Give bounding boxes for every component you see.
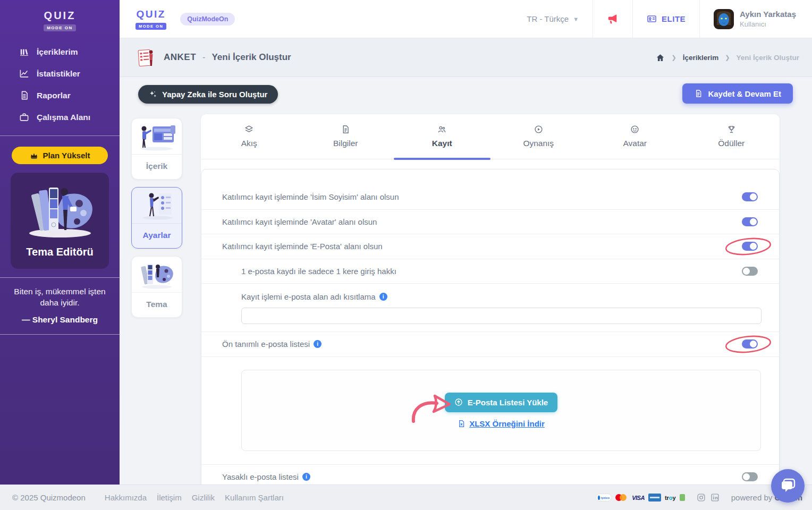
section-tab-content[interactable]: İçerik xyxy=(131,118,182,180)
theme-illustration xyxy=(132,257,182,293)
user-name: Aykın Yarkataş xyxy=(740,10,796,19)
setting-row-single-entry: 1 e-posta kaydı ile sadece 1 kere giriş … xyxy=(201,259,779,284)
tab-registration[interactable]: Kayıt xyxy=(394,114,490,159)
chat-widget-button[interactable] xyxy=(771,469,805,503)
section-tab-label: Ayarlar xyxy=(132,224,182,248)
sidebar-item-reports[interactable]: Raporlar xyxy=(0,84,120,106)
theme-editor-label: Tema Editörü xyxy=(16,246,104,258)
user-menu[interactable]: Aykın Yarkataş Kullanıcı xyxy=(699,0,812,38)
setting-row-predefined-list: Ön tanımlı e-posta listesi i xyxy=(201,332,779,357)
xlsx-file-icon xyxy=(458,420,466,428)
email-list-upload-box: E-Posta Listesi Yükle XLSX Örneğini İndi… xyxy=(241,370,761,451)
section-tab-settings[interactable]: Ayarlar xyxy=(131,187,182,249)
quote-box: Biten iş, mükemmel işten daha iyidir. — … xyxy=(0,277,120,335)
sidebar-logo[interactable]: QUIZ MODE ON xyxy=(0,0,120,31)
setting-label: Ön tanımlı e-posta listesi xyxy=(222,339,310,348)
sidebar-item-contents[interactable]: İçeriklerim xyxy=(0,41,120,63)
domain-restriction-input[interactable] xyxy=(241,308,762,324)
section-tab-theme[interactable]: Tema xyxy=(131,256,182,318)
chevron-right-icon: ❯ xyxy=(725,54,730,61)
email-list-upload-section: E-Posta Listesi Yükle XLSX Örneğini İndi… xyxy=(201,357,779,465)
play-circle-icon xyxy=(534,125,543,134)
breadcrumb-contents-link[interactable]: İçeriklerim xyxy=(683,54,719,62)
save-continue-button[interactable]: Kaydet & Devam Et xyxy=(682,83,793,104)
plan-badge[interactable]: ELITE xyxy=(632,0,699,38)
tab-label: Oynanış xyxy=(523,139,554,148)
setting-row-domain-restriction: Kayıt işlemi e-posta alan adı kısıtlama … xyxy=(201,284,779,332)
editor-section-tabs: İçerik Ayarlar Tema xyxy=(131,118,182,325)
sidebar-item-statistics[interactable]: İstatistikler xyxy=(0,63,120,84)
section-tab-label: Tema xyxy=(132,293,182,317)
header-logo[interactable]: QUIZ MODE ON xyxy=(136,8,166,30)
announcements-button[interactable] xyxy=(593,0,632,38)
user-role: Kullanıcı xyxy=(740,20,766,28)
download-xlsx-sample-label: XLSX Örneğini İndir xyxy=(469,419,545,428)
home-icon[interactable] xyxy=(656,53,665,62)
footer-links: Hakkımızda İletişim Gizlilik Kullanım Şa… xyxy=(105,493,284,502)
email-toggle[interactable] xyxy=(742,242,758,251)
megaphone-icon xyxy=(607,13,619,25)
plan-badge-label: ELITE xyxy=(662,14,686,23)
footer-link-about[interactable]: Hakkımızda xyxy=(105,493,147,502)
single-entry-toggle[interactable] xyxy=(742,267,758,276)
save-document-icon xyxy=(694,89,703,98)
linkedin-icon[interactable] xyxy=(710,493,720,502)
trophy-icon xyxy=(727,125,736,134)
iyzico-icon: iyzico xyxy=(596,494,612,502)
sidebar-item-label: İçeriklerim xyxy=(37,47,78,57)
library-icon xyxy=(19,47,29,57)
settings-illustration xyxy=(132,188,182,224)
banned-list-toggle[interactable] xyxy=(742,472,758,481)
settings-tabs: Akış Bilgiler Kayıt Oynanış Avatar Ödüll… xyxy=(201,114,780,159)
chat-bubble-icon xyxy=(779,477,797,495)
workspace-badge[interactable]: QuizModeOn xyxy=(180,13,235,26)
download-xlsx-sample-link[interactable]: XLSX Örneğini İndir xyxy=(458,419,545,428)
stats-icon xyxy=(19,69,29,79)
tab-gameplay[interactable]: Oynanış xyxy=(490,114,587,159)
info-icon[interactable]: i xyxy=(302,473,310,481)
setting-label: Katılımcı kayıt işleminde 'Avatar' alanı… xyxy=(222,217,377,226)
upload-email-list-label: E-Posta Listesi Yükle xyxy=(468,398,548,407)
sidebar-item-label: Çalışma Alanı xyxy=(37,113,90,122)
upload-email-list-button[interactable]: E-Posta Listesi Yükle xyxy=(445,393,557,412)
setting-row-email: Katılımcı kayıt işleminde 'E-Posta' alan… xyxy=(201,234,779,259)
fullname-toggle[interactable] xyxy=(742,192,758,201)
theme-editor-card[interactable]: Tema Editörü xyxy=(11,173,109,269)
save-continue-label: Kaydet & Devam Et xyxy=(708,89,781,98)
page-title: Yeni İçerik Oluştur xyxy=(212,52,291,63)
troy-icon: troy xyxy=(665,495,676,501)
breadcrumb: ❯ İçeriklerim ❯ Yeni İçerik Oluştur xyxy=(656,53,799,62)
info-icon[interactable]: i xyxy=(314,340,322,348)
upgrade-plan-button[interactable]: Plan Yükselt xyxy=(12,147,108,164)
sidebar: QUIZ MODE ON İçeriklerim İstatistikler R… xyxy=(0,0,120,484)
mastercard-icon xyxy=(615,494,628,502)
upgrade-plan-label: Plan Yükselt xyxy=(43,151,90,160)
setting-label: Katılımcı kayıt işleminde 'İsim Soyisim'… xyxy=(222,192,399,201)
instagram-icon[interactable] xyxy=(697,493,706,502)
chevron-right-icon: ❯ xyxy=(671,54,676,61)
tab-flow[interactable]: Akış xyxy=(201,114,298,159)
logo-mode-on-badge: MODE ON xyxy=(136,23,166,30)
breadcrumb-current: Yeni İçerik Oluştur xyxy=(736,54,799,62)
language-selector[interactable]: TR - Türkçe ▼ xyxy=(513,0,593,38)
footer-link-contact[interactable]: İletişim xyxy=(157,493,182,502)
briefcase-icon xyxy=(19,112,29,122)
pci-badge-icon xyxy=(680,494,685,501)
tab-avatar[interactable]: Avatar xyxy=(587,114,683,159)
footer-link-privacy[interactable]: Gizlilik xyxy=(192,493,215,502)
avatar-toggle[interactable] xyxy=(742,217,758,226)
footer-link-terms[interactable]: Kullanım Şartları xyxy=(225,493,284,502)
survey-icon xyxy=(137,48,155,67)
ai-generate-label: Yapay Zeka ile Soru Oluştur xyxy=(162,90,267,99)
setting-row-avatar: Katılımcı kayıt işleminde 'Avatar' alanı… xyxy=(201,210,779,235)
info-icon[interactable]: i xyxy=(379,293,387,301)
tab-rewards[interactable]: Ödüller xyxy=(683,114,780,159)
sidebar-divider xyxy=(0,135,120,136)
footer: © 2025 Quizmodeon Hakkımızda İletişim Gi… xyxy=(0,484,812,510)
breadcrumb-bar: ANKET - Yeni İçerik Oluştur ❯ İçerikleri… xyxy=(120,38,812,77)
sidebar-item-workspace[interactable]: Çalışma Alanı xyxy=(0,106,120,128)
logo-text: QUIZ xyxy=(136,8,166,20)
ai-generate-button[interactable]: Yapay Zeka ile Soru Oluştur xyxy=(138,85,278,104)
predefined-list-toggle[interactable] xyxy=(742,339,758,348)
tab-info[interactable]: Bilgiler xyxy=(298,114,394,159)
